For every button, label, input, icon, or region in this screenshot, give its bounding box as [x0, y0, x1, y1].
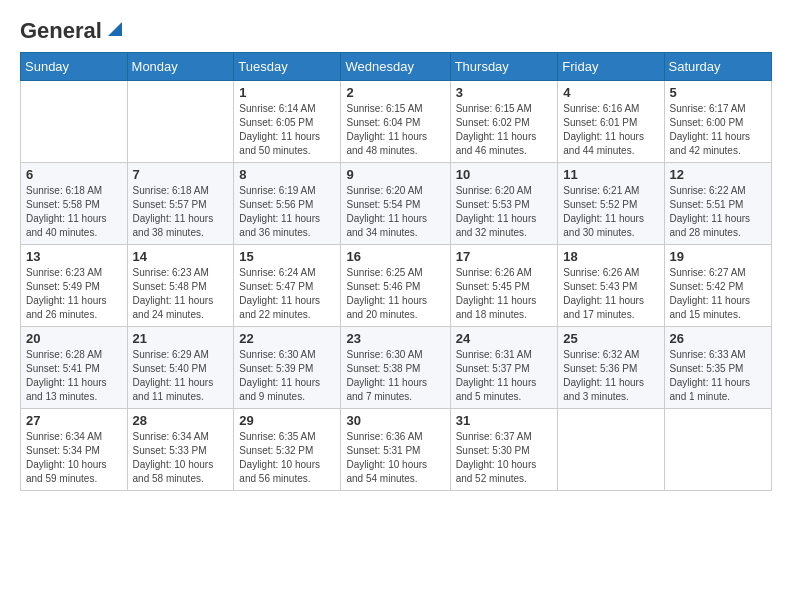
cell-content: Sunrise: 6:23 AM Sunset: 5:49 PM Dayligh…	[26, 266, 122, 322]
cell-content: Sunrise: 6:28 AM Sunset: 5:41 PM Dayligh…	[26, 348, 122, 404]
calendar-day-header: Tuesday	[234, 53, 341, 81]
calendar-cell: 7 Sunrise: 6:18 AM Sunset: 5:57 PM Dayli…	[127, 163, 234, 245]
cell-content: Sunrise: 6:23 AM Sunset: 5:48 PM Dayligh…	[133, 266, 229, 322]
day-number: 4	[563, 85, 658, 100]
page-header: General	[20, 20, 772, 42]
cell-content: Sunrise: 6:32 AM Sunset: 5:36 PM Dayligh…	[563, 348, 658, 404]
calendar-cell	[21, 81, 128, 163]
calendar-week-row: 27 Sunrise: 6:34 AM Sunset: 5:34 PM Dayl…	[21, 409, 772, 491]
cell-content: Sunrise: 6:19 AM Sunset: 5:56 PM Dayligh…	[239, 184, 335, 240]
calendar-day-header: Monday	[127, 53, 234, 81]
calendar-cell: 29 Sunrise: 6:35 AM Sunset: 5:32 PM Dayl…	[234, 409, 341, 491]
calendar-cell: 8 Sunrise: 6:19 AM Sunset: 5:56 PM Dayli…	[234, 163, 341, 245]
logo-general: General	[20, 20, 102, 42]
cell-content: Sunrise: 6:20 AM Sunset: 5:53 PM Dayligh…	[456, 184, 553, 240]
calendar-cell: 30 Sunrise: 6:36 AM Sunset: 5:31 PM Dayl…	[341, 409, 450, 491]
cell-content: Sunrise: 6:16 AM Sunset: 6:01 PM Dayligh…	[563, 102, 658, 158]
calendar-cell: 5 Sunrise: 6:17 AM Sunset: 6:00 PM Dayli…	[664, 81, 771, 163]
day-number: 28	[133, 413, 229, 428]
calendar-cell: 9 Sunrise: 6:20 AM Sunset: 5:54 PM Dayli…	[341, 163, 450, 245]
cell-content: Sunrise: 6:34 AM Sunset: 5:33 PM Dayligh…	[133, 430, 229, 486]
day-number: 30	[346, 413, 444, 428]
calendar-cell: 10 Sunrise: 6:20 AM Sunset: 5:53 PM Dayl…	[450, 163, 558, 245]
calendar-cell: 11 Sunrise: 6:21 AM Sunset: 5:52 PM Dayl…	[558, 163, 664, 245]
calendar-cell: 27 Sunrise: 6:34 AM Sunset: 5:34 PM Dayl…	[21, 409, 128, 491]
day-number: 5	[670, 85, 766, 100]
cell-content: Sunrise: 6:35 AM Sunset: 5:32 PM Dayligh…	[239, 430, 335, 486]
day-number: 18	[563, 249, 658, 264]
calendar-week-row: 20 Sunrise: 6:28 AM Sunset: 5:41 PM Dayl…	[21, 327, 772, 409]
calendar-cell: 24 Sunrise: 6:31 AM Sunset: 5:37 PM Dayl…	[450, 327, 558, 409]
calendar-day-header: Wednesday	[341, 53, 450, 81]
calendar-cell: 18 Sunrise: 6:26 AM Sunset: 5:43 PM Dayl…	[558, 245, 664, 327]
day-number: 7	[133, 167, 229, 182]
day-number: 10	[456, 167, 553, 182]
cell-content: Sunrise: 6:15 AM Sunset: 6:02 PM Dayligh…	[456, 102, 553, 158]
cell-content: Sunrise: 6:31 AM Sunset: 5:37 PM Dayligh…	[456, 348, 553, 404]
day-number: 6	[26, 167, 122, 182]
day-number: 13	[26, 249, 122, 264]
cell-content: Sunrise: 6:22 AM Sunset: 5:51 PM Dayligh…	[670, 184, 766, 240]
cell-content: Sunrise: 6:15 AM Sunset: 6:04 PM Dayligh…	[346, 102, 444, 158]
calendar-week-row: 13 Sunrise: 6:23 AM Sunset: 5:49 PM Dayl…	[21, 245, 772, 327]
calendar-cell: 13 Sunrise: 6:23 AM Sunset: 5:49 PM Dayl…	[21, 245, 128, 327]
calendar-cell: 28 Sunrise: 6:34 AM Sunset: 5:33 PM Dayl…	[127, 409, 234, 491]
day-number: 9	[346, 167, 444, 182]
calendar-cell: 2 Sunrise: 6:15 AM Sunset: 6:04 PM Dayli…	[341, 81, 450, 163]
cell-content: Sunrise: 6:34 AM Sunset: 5:34 PM Dayligh…	[26, 430, 122, 486]
calendar-cell: 31 Sunrise: 6:37 AM Sunset: 5:30 PM Dayl…	[450, 409, 558, 491]
calendar-cell: 12 Sunrise: 6:22 AM Sunset: 5:51 PM Dayl…	[664, 163, 771, 245]
calendar-cell: 4 Sunrise: 6:16 AM Sunset: 6:01 PM Dayli…	[558, 81, 664, 163]
cell-content: Sunrise: 6:24 AM Sunset: 5:47 PM Dayligh…	[239, 266, 335, 322]
cell-content: Sunrise: 6:18 AM Sunset: 5:57 PM Dayligh…	[133, 184, 229, 240]
calendar-cell: 25 Sunrise: 6:32 AM Sunset: 5:36 PM Dayl…	[558, 327, 664, 409]
day-number: 20	[26, 331, 122, 346]
calendar-cell: 21 Sunrise: 6:29 AM Sunset: 5:40 PM Dayl…	[127, 327, 234, 409]
calendar-cell: 3 Sunrise: 6:15 AM Sunset: 6:02 PM Dayli…	[450, 81, 558, 163]
cell-content: Sunrise: 6:30 AM Sunset: 5:38 PM Dayligh…	[346, 348, 444, 404]
cell-content: Sunrise: 6:18 AM Sunset: 5:58 PM Dayligh…	[26, 184, 122, 240]
day-number: 22	[239, 331, 335, 346]
day-number: 1	[239, 85, 335, 100]
calendar-day-header: Thursday	[450, 53, 558, 81]
calendar-cell: 14 Sunrise: 6:23 AM Sunset: 5:48 PM Dayl…	[127, 245, 234, 327]
calendar-day-header: Friday	[558, 53, 664, 81]
cell-content: Sunrise: 6:25 AM Sunset: 5:46 PM Dayligh…	[346, 266, 444, 322]
calendar-cell: 17 Sunrise: 6:26 AM Sunset: 5:45 PM Dayl…	[450, 245, 558, 327]
cell-content: Sunrise: 6:26 AM Sunset: 5:45 PM Dayligh…	[456, 266, 553, 322]
logo: General	[20, 20, 126, 42]
calendar-day-header: Sunday	[21, 53, 128, 81]
calendar-table: SundayMondayTuesdayWednesdayThursdayFrid…	[20, 52, 772, 491]
calendar-cell: 23 Sunrise: 6:30 AM Sunset: 5:38 PM Dayl…	[341, 327, 450, 409]
cell-content: Sunrise: 6:17 AM Sunset: 6:00 PM Dayligh…	[670, 102, 766, 158]
day-number: 21	[133, 331, 229, 346]
day-number: 29	[239, 413, 335, 428]
calendar-cell: 1 Sunrise: 6:14 AM Sunset: 6:05 PM Dayli…	[234, 81, 341, 163]
calendar-cell: 15 Sunrise: 6:24 AM Sunset: 5:47 PM Dayl…	[234, 245, 341, 327]
day-number: 23	[346, 331, 444, 346]
cell-content: Sunrise: 6:21 AM Sunset: 5:52 PM Dayligh…	[563, 184, 658, 240]
cell-content: Sunrise: 6:30 AM Sunset: 5:39 PM Dayligh…	[239, 348, 335, 404]
day-number: 27	[26, 413, 122, 428]
calendar-cell: 26 Sunrise: 6:33 AM Sunset: 5:35 PM Dayl…	[664, 327, 771, 409]
day-number: 2	[346, 85, 444, 100]
day-number: 19	[670, 249, 766, 264]
cell-content: Sunrise: 6:27 AM Sunset: 5:42 PM Dayligh…	[670, 266, 766, 322]
day-number: 14	[133, 249, 229, 264]
day-number: 24	[456, 331, 553, 346]
cell-content: Sunrise: 6:37 AM Sunset: 5:30 PM Dayligh…	[456, 430, 553, 486]
calendar-cell: 22 Sunrise: 6:30 AM Sunset: 5:39 PM Dayl…	[234, 327, 341, 409]
day-number: 3	[456, 85, 553, 100]
calendar-cell: 20 Sunrise: 6:28 AM Sunset: 5:41 PM Dayl…	[21, 327, 128, 409]
cell-content: Sunrise: 6:36 AM Sunset: 5:31 PM Dayligh…	[346, 430, 444, 486]
calendar-cell: 6 Sunrise: 6:18 AM Sunset: 5:58 PM Dayli…	[21, 163, 128, 245]
calendar-cell: 16 Sunrise: 6:25 AM Sunset: 5:46 PM Dayl…	[341, 245, 450, 327]
calendar-header-row: SundayMondayTuesdayWednesdayThursdayFrid…	[21, 53, 772, 81]
day-number: 25	[563, 331, 658, 346]
day-number: 15	[239, 249, 335, 264]
calendar-cell: 19 Sunrise: 6:27 AM Sunset: 5:42 PM Dayl…	[664, 245, 771, 327]
logo-arrow-icon	[104, 18, 126, 40]
calendar-day-header: Saturday	[664, 53, 771, 81]
cell-content: Sunrise: 6:29 AM Sunset: 5:40 PM Dayligh…	[133, 348, 229, 404]
day-number: 8	[239, 167, 335, 182]
